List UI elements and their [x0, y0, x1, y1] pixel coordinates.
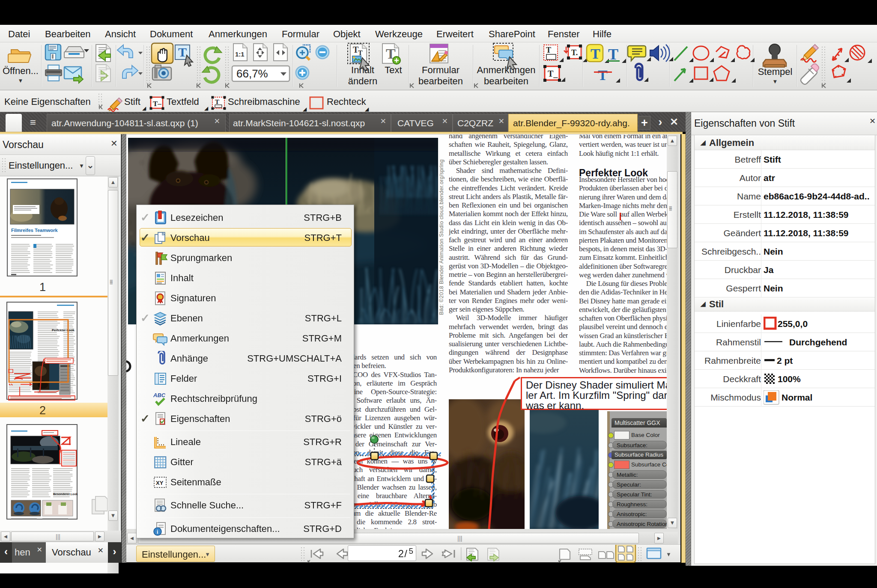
svg-text:Filmreifes Teamwork: Filmreifes Teamwork — [11, 228, 58, 233]
svg-text:T: T — [215, 98, 219, 105]
svg-text:▼: ▼ — [666, 551, 671, 558]
svg-text:1: 1 — [39, 281, 46, 294]
svg-text:2: 2 — [39, 404, 46, 417]
svg-text:T: T — [546, 46, 551, 54]
svg-text:Perfekter Look: Perfekter Look — [52, 328, 75, 332]
svg-text:T–: T– — [153, 100, 161, 108]
svg-text:T: T — [178, 45, 187, 59]
svg-text:i: i — [157, 529, 158, 535]
svg-text:ABC: ABC — [153, 392, 166, 398]
svg-text:T_: T_ — [548, 69, 558, 78]
svg-text:66,7%: 66,7% — [236, 67, 268, 80]
svg-text:T.: T. — [571, 48, 578, 57]
svg-text:XY: XY — [156, 480, 164, 486]
svg-text:◢: ◢ — [142, 105, 146, 111]
svg-text:1:1: 1:1 — [235, 50, 245, 58]
svg-text:◢: ◢ — [204, 105, 209, 111]
svg-text:T: T — [358, 49, 363, 56]
svg-text:T: T — [591, 46, 600, 62]
svg-text:◢: ◢ — [365, 106, 369, 112]
svg-text:◢: ◢ — [303, 106, 307, 112]
svg-text:Besonderer Look: Besonderer Look — [53, 493, 78, 496]
svg-text:T: T — [598, 67, 608, 83]
